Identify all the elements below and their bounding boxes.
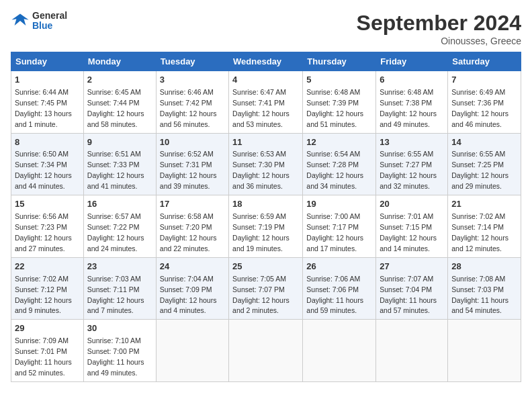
calendar-day-cell: 25Sunrise: 7:05 AMSunset: 7:07 PMDayligh… (229, 257, 303, 320)
calendar-day-cell: 16Sunrise: 6:57 AMSunset: 7:22 PMDayligh… (83, 195, 156, 258)
day-number: 23 (87, 261, 152, 273)
col-header-tuesday: Tuesday (156, 52, 228, 71)
day-info: Sunrise: 7:07 AMSunset: 7:04 PMDaylight:… (380, 275, 437, 315)
calendar-day-cell: 30Sunrise: 7:10 AMSunset: 7:00 PMDayligh… (83, 320, 156, 382)
calendar-day-cell (448, 320, 521, 382)
col-header-friday: Friday (376, 52, 448, 71)
calendar-day-cell: 27Sunrise: 7:07 AMSunset: 7:04 PMDayligh… (376, 257, 448, 320)
day-number: 10 (160, 136, 225, 149)
day-number: 19 (306, 198, 372, 211)
day-info: Sunrise: 6:48 AMSunset: 7:39 PMDaylight:… (306, 88, 363, 128)
col-header-sunday: Sunday (11, 52, 84, 71)
day-info: Sunrise: 7:08 AMSunset: 7:03 PMDaylight:… (451, 275, 508, 315)
day-info: Sunrise: 6:53 AMSunset: 7:30 PMDaylight:… (232, 150, 290, 190)
day-info: Sunrise: 7:00 AMSunset: 7:17 PMDaylight:… (306, 212, 363, 253)
day-info: Sunrise: 6:51 AMSunset: 7:33 PMDaylight:… (87, 150, 144, 190)
calendar-day-cell: 2Sunrise: 6:45 AMSunset: 7:44 PMDaylight… (83, 71, 156, 134)
day-number: 21 (451, 198, 517, 211)
calendar-week-row: 29Sunrise: 7:09 AMSunset: 7:01 PMDayligh… (11, 320, 521, 382)
calendar-day-cell: 29Sunrise: 7:09 AMSunset: 7:01 PMDayligh… (11, 320, 84, 382)
day-number: 9 (87, 136, 152, 149)
calendar-day-cell: 19Sunrise: 7:00 AMSunset: 7:17 PMDayligh… (303, 195, 376, 258)
day-number: 2 (87, 74, 152, 87)
calendar-day-cell: 17Sunrise: 6:58 AMSunset: 7:20 PMDayligh… (156, 195, 228, 258)
day-number: 20 (380, 198, 444, 211)
day-info: Sunrise: 6:58 AMSunset: 7:20 PMDaylight:… (160, 212, 217, 253)
day-number: 15 (15, 198, 80, 211)
calendar-day-cell (376, 320, 448, 382)
calendar-day-cell (303, 320, 376, 382)
day-info: Sunrise: 7:01 AMSunset: 7:15 PMDaylight:… (380, 212, 437, 253)
day-info: Sunrise: 6:54 AMSunset: 7:28 PMDaylight:… (306, 150, 363, 190)
calendar-day-cell: 11Sunrise: 6:53 AMSunset: 7:30 PMDayligh… (229, 133, 303, 195)
day-number: 26 (306, 261, 372, 273)
calendar-day-cell: 4Sunrise: 6:47 AMSunset: 7:41 PMDaylight… (229, 71, 303, 134)
col-header-saturday: Saturday (448, 52, 521, 71)
day-number: 28 (451, 261, 517, 273)
calendar-day-cell: 20Sunrise: 7:01 AMSunset: 7:15 PMDayligh… (376, 195, 448, 258)
calendar-day-cell: 3Sunrise: 6:46 AMSunset: 7:42 PMDaylight… (156, 71, 228, 134)
col-header-thursday: Thursday (303, 52, 376, 71)
calendar-day-cell: 18Sunrise: 6:59 AMSunset: 7:19 PMDayligh… (229, 195, 303, 258)
calendar-week-row: 22Sunrise: 7:02 AMSunset: 7:12 PMDayligh… (11, 257, 521, 320)
day-info: Sunrise: 6:45 AMSunset: 7:44 PMDaylight:… (87, 88, 144, 128)
day-info: Sunrise: 6:56 AMSunset: 7:23 PMDaylight:… (15, 212, 72, 253)
calendar-day-cell: 23Sunrise: 7:03 AMSunset: 7:11 PMDayligh… (83, 257, 156, 320)
calendar-week-row: 8Sunrise: 6:50 AMSunset: 7:34 PMDaylight… (11, 133, 521, 195)
day-number: 24 (160, 261, 225, 273)
month-title: September 2024 (357, 11, 521, 36)
calendar-day-cell: 22Sunrise: 7:02 AMSunset: 7:12 PMDayligh… (11, 257, 84, 320)
logo-general: General (32, 11, 67, 21)
calendar-day-cell: 15Sunrise: 6:56 AMSunset: 7:23 PMDayligh… (11, 195, 84, 258)
location: Oinousses, Greece (357, 36, 521, 46)
col-header-wednesday: Wednesday (229, 52, 303, 71)
calendar-day-cell: 12Sunrise: 6:54 AMSunset: 7:28 PMDayligh… (303, 133, 376, 195)
day-number: 1 (15, 74, 80, 87)
day-number: 12 (306, 136, 372, 149)
svg-marker-0 (11, 14, 28, 26)
calendar-table: SundayMondayTuesdayWednesdayThursdayFrid… (11, 52, 521, 382)
day-number: 16 (87, 198, 152, 211)
day-number: 22 (15, 261, 80, 273)
day-info: Sunrise: 7:03 AMSunset: 7:11 PMDaylight:… (87, 275, 144, 315)
day-number: 13 (380, 136, 444, 149)
day-info: Sunrise: 6:44 AMSunset: 7:45 PMDaylight:… (15, 88, 72, 128)
day-number: 6 (380, 74, 444, 87)
col-header-monday: Monday (83, 52, 156, 71)
day-number: 18 (232, 198, 299, 211)
calendar-week-row: 15Sunrise: 6:56 AMSunset: 7:23 PMDayligh… (11, 195, 521, 258)
day-info: Sunrise: 7:09 AMSunset: 7:01 PMDaylight:… (15, 336, 72, 377)
day-info: Sunrise: 6:55 AMSunset: 7:25 PMDaylight:… (451, 150, 508, 190)
day-info: Sunrise: 6:52 AMSunset: 7:31 PMDaylight:… (160, 150, 217, 190)
calendar-day-cell (229, 320, 303, 382)
day-number: 17 (160, 198, 225, 211)
calendar-day-cell: 1Sunrise: 6:44 AMSunset: 7:45 PMDaylight… (11, 71, 84, 134)
logo-text: General Blue (32, 11, 67, 32)
day-info: Sunrise: 6:55 AMSunset: 7:27 PMDaylight:… (380, 150, 437, 190)
logo-blue: Blue (32, 21, 67, 31)
day-info: Sunrise: 6:50 AMSunset: 7:34 PMDaylight:… (15, 150, 72, 190)
day-info: Sunrise: 7:06 AMSunset: 7:06 PMDaylight:… (306, 275, 363, 315)
day-info: Sunrise: 6:57 AMSunset: 7:22 PMDaylight:… (87, 212, 144, 253)
day-number: 3 (160, 74, 225, 87)
logo-bird-icon (11, 11, 30, 30)
calendar-day-cell: 21Sunrise: 7:02 AMSunset: 7:14 PMDayligh… (448, 195, 521, 258)
calendar-day-cell: 28Sunrise: 7:08 AMSunset: 7:03 PMDayligh… (448, 257, 521, 320)
day-number: 7 (451, 74, 517, 87)
day-info: Sunrise: 6:48 AMSunset: 7:38 PMDaylight:… (380, 88, 437, 128)
day-number: 5 (306, 74, 372, 87)
day-number: 27 (380, 261, 444, 273)
calendar-day-cell: 8Sunrise: 6:50 AMSunset: 7:34 PMDaylight… (11, 133, 84, 195)
day-number: 4 (232, 74, 299, 87)
calendar-day-cell: 14Sunrise: 6:55 AMSunset: 7:25 PMDayligh… (448, 133, 521, 195)
logo: General Blue (11, 11, 67, 32)
day-info: Sunrise: 6:49 AMSunset: 7:36 PMDaylight:… (451, 88, 508, 128)
calendar-header-row: SundayMondayTuesdayWednesdayThursdayFrid… (11, 52, 521, 71)
day-number: 11 (232, 136, 299, 149)
day-number: 25 (232, 261, 299, 273)
day-info: Sunrise: 7:02 AMSunset: 7:12 PMDaylight:… (15, 275, 72, 315)
day-info: Sunrise: 7:05 AMSunset: 7:07 PMDaylight:… (232, 275, 290, 315)
calendar-day-cell: 9Sunrise: 6:51 AMSunset: 7:33 PMDaylight… (83, 133, 156, 195)
calendar-day-cell: 6Sunrise: 6:48 AMSunset: 7:38 PMDaylight… (376, 71, 448, 134)
calendar-day-cell: 13Sunrise: 6:55 AMSunset: 7:27 PMDayligh… (376, 133, 448, 195)
